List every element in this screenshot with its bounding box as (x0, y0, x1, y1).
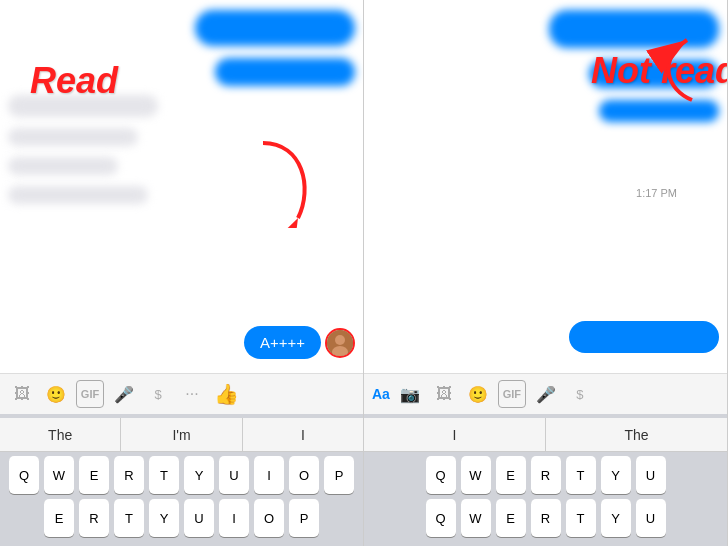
key-e-r2[interactable]: E (496, 499, 526, 537)
suggestions-left: The I'm I (0, 418, 363, 452)
key-r-r[interactable]: R (531, 456, 561, 494)
not-read-panel: Not read 1:17 PM Aa 📷 🖼 (364, 0, 728, 546)
kb-row-1: Q W E R T Y U I O P (2, 456, 361, 494)
key-y2[interactable]: Y (149, 499, 179, 537)
key-w-r2[interactable]: W (461, 499, 491, 537)
chat-area-left: Read A++++ (0, 0, 363, 373)
key-w-r[interactable]: W (461, 456, 491, 494)
kb-row-right-1: Q W E R T Y U (366, 456, 725, 494)
aa-button[interactable]: Aa (372, 386, 390, 402)
key-q[interactable]: Q (9, 456, 39, 494)
key-t[interactable]: T (149, 456, 179, 494)
like-button[interactable]: 👍 (212, 380, 240, 408)
notread-bubble (569, 321, 719, 353)
key-r2[interactable]: R (79, 499, 109, 537)
suggestion-im[interactable]: I'm (121, 418, 242, 451)
suggestion-the[interactable]: The (0, 418, 121, 451)
suggestions-right: I The (364, 418, 727, 452)
key-i[interactable]: I (254, 456, 284, 494)
avatar (325, 328, 355, 358)
emoji-icon[interactable]: 🙂 (42, 380, 70, 408)
suggestion-i[interactable]: I (243, 418, 363, 451)
key-p[interactable]: P (324, 456, 354, 494)
camera-icon[interactable]: 📷 (396, 380, 424, 408)
key-q-r2[interactable]: Q (426, 499, 456, 537)
avatar-image (327, 330, 353, 356)
blurred-bubble-in-4 (8, 186, 148, 204)
key-y-r2[interactable]: Y (601, 499, 631, 537)
image-icon[interactable]: 🖼 (8, 380, 36, 408)
kb-row-right-2: Q W E R T Y U (366, 499, 725, 537)
image-icon-right[interactable]: 🖼 (430, 380, 458, 408)
key-t-r[interactable]: T (566, 456, 596, 494)
last-message-row: A++++ (8, 326, 355, 359)
svg-point-2 (335, 335, 345, 345)
key-i2[interactable]: I (219, 499, 249, 537)
input-bar-right: Aa 📷 🖼 🙂 GIF 🎤 $ (364, 373, 727, 414)
read-label: Read (30, 60, 118, 102)
key-u[interactable]: U (219, 456, 249, 494)
key-e[interactable]: E (79, 456, 109, 494)
emoji-icon-right[interactable]: 🙂 (464, 380, 492, 408)
sent-bubble: A++++ (244, 326, 321, 359)
keyboard-rows-right: Q W E R T Y U Q W E R T Y U (364, 452, 727, 546)
key-p2[interactable]: P (289, 499, 319, 537)
suggestion-i-right[interactable]: I (364, 418, 546, 451)
key-e-r[interactable]: E (496, 456, 526, 494)
key-u2[interactable]: U (184, 499, 214, 537)
last-message-notread (372, 321, 719, 359)
mic-icon-right[interactable]: 🎤 (532, 380, 560, 408)
gif-icon-right[interactable]: GIF (498, 380, 526, 408)
key-w[interactable]: W (44, 456, 74, 494)
blurred-bubble-in-3 (8, 157, 118, 175)
blurred-bubble-out-2 (215, 58, 355, 86)
key-t2[interactable]: T (114, 499, 144, 537)
read-arrow (243, 138, 323, 228)
gif-icon[interactable]: GIF (76, 380, 104, 408)
key-e2[interactable]: E (44, 499, 74, 537)
key-y[interactable]: Y (184, 456, 214, 494)
suggestion-the-right[interactable]: The (546, 418, 727, 451)
key-o2[interactable]: O (254, 499, 284, 537)
read-panel: Read A++++ (0, 0, 364, 546)
blurred-bubble-in-2 (8, 128, 138, 146)
dollar-icon-right[interactable]: $ (566, 380, 594, 408)
keyboard-right: I The Q W E R T Y U Q W E R T Y U (364, 414, 727, 546)
timestamp: 1:17 PM (636, 187, 677, 199)
key-o[interactable]: O (289, 456, 319, 494)
key-u-r[interactable]: U (636, 456, 666, 494)
keyboard-left: The I'm I Q W E R T Y U I O P E R T Y (0, 414, 363, 546)
key-q-r[interactable]: Q (426, 456, 456, 494)
key-u-r2[interactable]: U (636, 499, 666, 537)
key-r[interactable]: R (114, 456, 144, 494)
kb-row-2: E R T Y U I O P (2, 499, 361, 537)
keyboard-rows-left: Q W E R T Y U I O P E R T Y U I O P (0, 452, 363, 546)
key-t-r2[interactable]: T (566, 499, 596, 537)
chat-area-right: Not read 1:17 PM (364, 0, 727, 373)
dots-icon[interactable]: ··· (178, 380, 206, 408)
blurred-bubble-out-1 (195, 10, 355, 46)
input-bar-left: 🖼 🙂 GIF 🎤 $ ··· 👍 (0, 373, 363, 414)
notread-arrow (637, 30, 707, 110)
key-r-r2[interactable]: R (531, 499, 561, 537)
mic-icon[interactable]: 🎤 (110, 380, 138, 408)
dollar-icon[interactable]: $ (144, 380, 172, 408)
key-y-r[interactable]: Y (601, 456, 631, 494)
